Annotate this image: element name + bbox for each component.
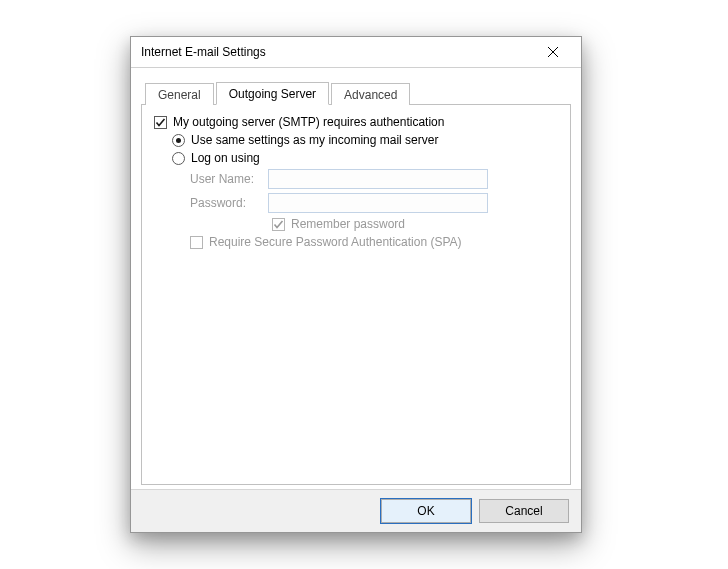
remember-password-label: Remember password — [291, 217, 405, 231]
log-on-row: Log on using — [172, 151, 558, 165]
tab-panel-outgoing-server: My outgoing server (SMTP) requires authe… — [141, 105, 571, 485]
close-icon — [548, 47, 558, 57]
check-icon — [155, 117, 166, 128]
password-row: Password: — [190, 193, 558, 213]
log-on-radio[interactable] — [172, 152, 185, 165]
password-input[interactable] — [268, 193, 488, 213]
email-settings-dialog: Internet E-mail Settings General Outgoin… — [130, 36, 582, 533]
use-same-row: Use same settings as my incoming mail se… — [172, 133, 558, 147]
require-spa-checkbox[interactable] — [190, 236, 203, 249]
titlebar: Internet E-mail Settings — [131, 37, 581, 68]
tab-outgoing-server[interactable]: Outgoing Server — [216, 82, 329, 105]
cancel-button[interactable]: Cancel — [479, 499, 569, 523]
check-icon — [273, 219, 284, 230]
requires-auth-row: My outgoing server (SMTP) requires authe… — [154, 115, 558, 129]
requires-auth-checkbox[interactable] — [154, 116, 167, 129]
use-same-radio[interactable] — [172, 134, 185, 147]
remember-password-checkbox[interactable] — [272, 218, 285, 231]
remember-pw-row: Remember password — [272, 217, 558, 231]
tab-general[interactable]: General — [145, 83, 214, 105]
close-button[interactable] — [533, 38, 573, 66]
button-bar: OK Cancel — [131, 489, 581, 532]
require-spa-label: Require Secure Password Authentication (… — [209, 235, 462, 249]
tabstrip: General Outgoing Server Advanced — [141, 78, 571, 105]
window-title: Internet E-mail Settings — [141, 45, 266, 59]
username-row: User Name: — [190, 169, 558, 189]
username-label: User Name: — [190, 172, 262, 186]
ok-button[interactable]: OK — [381, 499, 471, 523]
use-same-label: Use same settings as my incoming mail se… — [191, 133, 438, 147]
username-input[interactable] — [268, 169, 488, 189]
requires-auth-label: My outgoing server (SMTP) requires authe… — [173, 115, 444, 129]
require-spa-row: Require Secure Password Authentication (… — [190, 235, 558, 249]
tab-advanced[interactable]: Advanced — [331, 83, 410, 105]
password-label: Password: — [190, 196, 262, 210]
log-on-label: Log on using — [191, 151, 260, 165]
